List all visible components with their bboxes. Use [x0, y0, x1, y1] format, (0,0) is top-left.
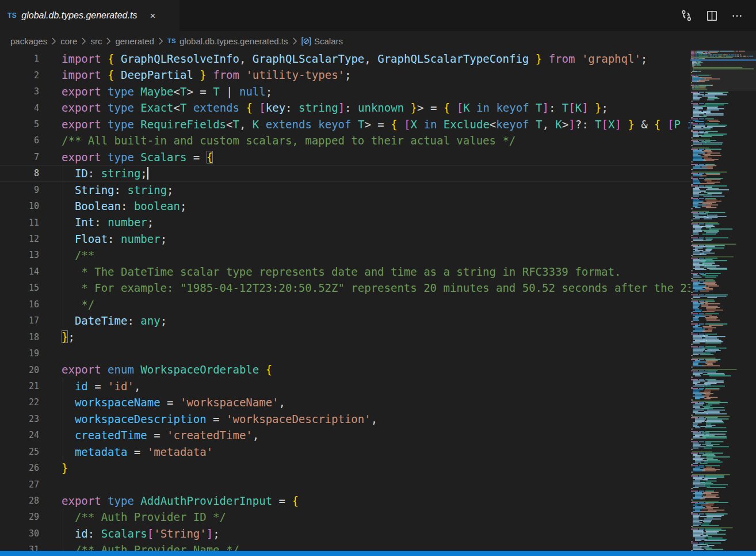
code-text: export type Exact<T extends { [key: stri… — [39, 100, 608, 116]
line-number[interactable]: 10 — [0, 201, 39, 211]
code-line[interactable]: 23 workspaceDescription = 'workspaceDesc… — [0, 411, 690, 427]
breadcrumb-item-packages[interactable]: packages — [10, 36, 47, 46]
code-text: metadata = 'metadata' — [39, 444, 213, 460]
line-number[interactable]: 20 — [0, 365, 39, 375]
split-editor-button[interactable] — [703, 7, 720, 24]
tab-global-db-types[interactable]: TS global.db.types.generated.ts × — [0, 0, 180, 31]
line-number[interactable]: 23 — [0, 414, 39, 424]
code-line[interactable]: 19 — [0, 345, 690, 361]
line-number[interactable]: 15 — [0, 283, 39, 293]
code-line[interactable]: 25 metadata = 'metadata' — [0, 444, 690, 460]
code-line[interactable]: 3export type Maybe<T> = T | null; — [0, 83, 690, 100]
code-text: } — [39, 460, 68, 476]
line-number[interactable]: 27 — [0, 479, 39, 490]
line-number[interactable]: 29 — [0, 512, 39, 522]
code-line[interactable]: 29 /** Auth Provider ID */ — [0, 509, 690, 525]
code-text: id = 'id', — [39, 378, 140, 394]
code-editor[interactable]: 1import { GraphQLResolveInfo, GraphQLSca… — [0, 51, 690, 551]
code-line[interactable]: 17 DateTime: any; — [0, 313, 690, 329]
indent-guide — [63, 280, 63, 296]
code-text: Float: number; — [39, 231, 167, 247]
code-line[interactable]: 22 workspaceName = 'workspaceName', — [0, 394, 690, 410]
line-number[interactable]: 21 — [0, 381, 39, 391]
line-number[interactable]: 6 — [0, 135, 39, 146]
breadcrumb-separator-icon — [51, 37, 56, 45]
code-line[interactable]: 6/** All built-in and custom scalars, ma… — [0, 132, 690, 148]
more-actions-button[interactable] — [728, 7, 746, 24]
minimap[interactable] — [690, 51, 756, 551]
line-number[interactable]: 22 — [0, 397, 39, 408]
code-line[interactable]: 16 */ — [0, 296, 690, 313]
line-number[interactable]: 13 — [0, 250, 39, 260]
code-line[interactable]: 31 /** Auth Provider Name */ — [0, 542, 690, 551]
minimap-slider[interactable] — [690, 51, 756, 91]
code-line[interactable]: 1import { GraphQLResolveInfo, GraphQLSca… — [0, 51, 690, 67]
text-cursor — [147, 167, 148, 180]
line-number[interactable]: 9 — [0, 185, 39, 195]
code-line[interactable]: 10 Boolean: boolean; — [0, 198, 690, 214]
close-tab-icon[interactable]: × — [147, 10, 158, 22]
code-line[interactable]: 26} — [0, 460, 690, 476]
code-line[interactable]: 5export type RequireFields<T, K extends … — [0, 116, 690, 132]
line-number[interactable]: 18 — [0, 332, 39, 342]
breadcrumb-item-generated[interactable]: generated — [115, 36, 154, 46]
line-number[interactable]: 31 — [0, 544, 39, 551]
line-number[interactable]: 4 — [0, 103, 39, 113]
code-line[interactable]: 18}; — [0, 329, 690, 345]
code-text: /** All built-in and custom scalars, map… — [39, 132, 516, 148]
code-line[interactable]: 2import { DeepPartial } from 'utility-ty… — [0, 67, 690, 83]
code-line[interactable]: 9 String: string; — [0, 182, 690, 198]
code-text: * For example: "1985-04-12T23:20:50.52Z"… — [39, 280, 690, 296]
code-line[interactable]: 14 * The DateTime scalar type represents… — [0, 264, 690, 280]
line-number[interactable]: 1 — [0, 54, 39, 64]
line-number[interactable]: 24 — [0, 430, 39, 440]
line-number[interactable]: 2 — [0, 70, 39, 81]
indent-guide — [63, 411, 63, 427]
code-line[interactable]: 8 ID: string; — [0, 165, 690, 181]
code-line[interactable]: 24 createdTime = 'createdTime', — [0, 427, 690, 443]
breadcrumb-item-core[interactable]: core — [60, 36, 77, 46]
line-number[interactable]: 17 — [0, 315, 39, 326]
line-number[interactable]: 8 — [0, 168, 39, 178]
compare-changes-icon — [681, 10, 692, 21]
breadcrumb-item-global-db-types-generated-ts[interactable]: TSglobal.db.types.generated.ts — [167, 36, 288, 46]
line-number[interactable]: 25 — [0, 447, 39, 457]
line-number[interactable]: 19 — [0, 348, 39, 359]
code-line[interactable]: 15 * For example: "1985-04-12T23:20:50.5… — [0, 280, 690, 296]
editor-actions — [678, 0, 756, 31]
typescript-file-icon: TS — [7, 12, 17, 20]
code-text: export type RequireFields<T, K extends k… — [39, 116, 690, 132]
line-number[interactable]: 12 — [0, 234, 39, 244]
code-text: import { DeepPartial } from 'utility-typ… — [39, 67, 351, 83]
indent-guide — [63, 214, 63, 230]
code-line[interactable]: 11 Int: number; — [0, 214, 690, 230]
breadcrumb-label: core — [60, 36, 77, 46]
line-number[interactable]: 11 — [0, 218, 39, 228]
code-line[interactable]: 4export type Exact<T extends { [key: str… — [0, 100, 690, 116]
code-text: String: string; — [39, 182, 174, 198]
code-text: Int: number; — [39, 214, 154, 230]
minimap-current-line-highlight — [690, 59, 756, 61]
code-line[interactable]: 7export type Scalars = { — [0, 149, 690, 165]
code-line[interactable]: 21 id = 'id', — [0, 378, 690, 394]
code-line[interactable]: 12 Float: number; — [0, 231, 690, 247]
open-changes-button[interactable] — [678, 7, 695, 24]
line-number[interactable]: 14 — [0, 266, 39, 277]
code-line[interactable]: 30 id: Scalars['String']; — [0, 525, 690, 542]
line-number[interactable]: 5 — [0, 119, 39, 130]
code-line[interactable]: 20export enum WorkspaceOrderable { — [0, 361, 690, 378]
typescript-file-icon: TS — [167, 37, 176, 44]
code-line[interactable]: 28export type AddAuthProviderInput = { — [0, 493, 690, 509]
indent-guide — [63, 296, 63, 313]
line-number[interactable]: 26 — [0, 463, 39, 473]
breadcrumb-item-scalars[interactable]: [⊘]Scalars — [301, 36, 343, 46]
line-number[interactable]: 7 — [0, 152, 39, 162]
code-line[interactable]: 13 /** — [0, 247, 690, 263]
line-number[interactable]: 28 — [0, 496, 39, 506]
line-number[interactable]: 3 — [0, 86, 39, 97]
line-number[interactable]: 30 — [0, 528, 39, 539]
breadcrumb-label: generated — [115, 36, 154, 46]
line-number[interactable]: 16 — [0, 299, 39, 310]
breadcrumb-item-src[interactable]: src — [90, 36, 102, 46]
code-line[interactable]: 27 — [0, 476, 690, 492]
